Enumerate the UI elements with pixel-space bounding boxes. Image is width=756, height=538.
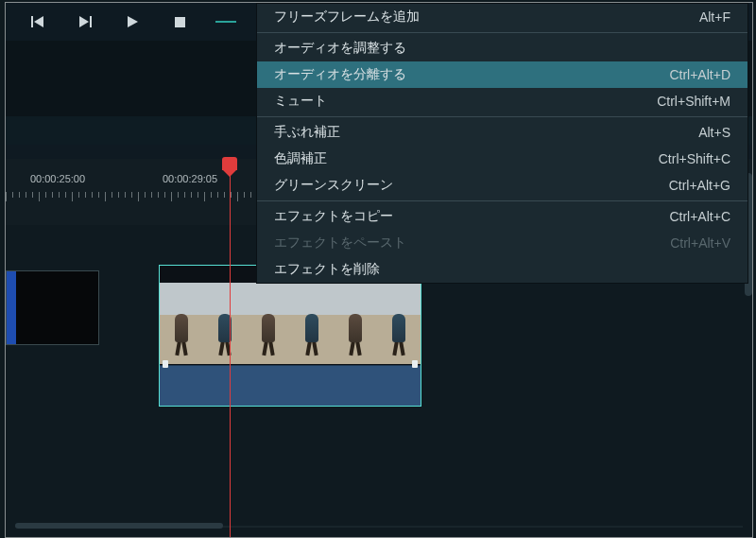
playhead-line bbox=[230, 176, 231, 537]
svg-rect-5 bbox=[175, 17, 185, 27]
svg-marker-1 bbox=[34, 16, 43, 27]
menu-item-delete-effect[interactable]: エフェクトを削除 bbox=[257, 256, 747, 283]
app-frame: 00:00:25:00 00:00:29:05 0 - コピ bbox=[5, 2, 753, 538]
menu-item-label: ミュート bbox=[274, 93, 657, 110]
menu-item-green-screen[interactable]: グリーンスクリーンCtrl+Alt+G bbox=[257, 172, 747, 199]
clip-thumbnails bbox=[160, 283, 421, 364]
clip-edge bbox=[7, 271, 16, 344]
menu-separator bbox=[257, 116, 747, 117]
menu-separator bbox=[257, 200, 747, 201]
menu-item-stabilize[interactable]: 手ぶれ補正Alt+S bbox=[257, 119, 747, 146]
menu-item-label: エフェクトをペースト bbox=[274, 234, 670, 252]
menu-item-label: グリーンスクリーン bbox=[274, 177, 669, 194]
clip-selected[interactable]: 0 - コピ bbox=[159, 265, 421, 407]
menu-item-shortcut: Ctrl+Shift+C bbox=[659, 151, 730, 166]
stop-button[interactable] bbox=[166, 10, 193, 33]
step-back-button[interactable] bbox=[25, 10, 51, 33]
ruler-label: 00:00:25:00 bbox=[30, 173, 85, 184]
clip-trim-handle-right[interactable] bbox=[412, 360, 418, 368]
svg-rect-0 bbox=[31, 16, 33, 27]
menu-item-shortcut: Ctrl+Alt+D bbox=[669, 67, 730, 82]
h-scrollbar-thumb[interactable] bbox=[15, 523, 223, 529]
clip-trim-handle-left[interactable] bbox=[163, 360, 168, 368]
menu-item-shortcut: Alt+S bbox=[698, 125, 730, 140]
svg-marker-2 bbox=[79, 16, 89, 27]
svg-rect-3 bbox=[90, 16, 92, 27]
menu-item-shortcut: Ctrl+Alt+G bbox=[669, 178, 730, 193]
menu-item-color-correct[interactable]: 色調補正Ctrl+Shift+C bbox=[257, 146, 747, 172]
h-scrollbar[interactable] bbox=[6, 523, 752, 529]
step-forward-button[interactable] bbox=[72, 10, 98, 33]
menu-item-freeze-frame[interactable]: フリーズフレームを追加Alt+F bbox=[257, 4, 747, 30]
separator-line-icon bbox=[215, 21, 236, 23]
menu-item-shortcut: Ctrl+Alt+C bbox=[669, 209, 730, 224]
menu-item-shortcut: Ctrl+Shift+M bbox=[657, 94, 730, 109]
play-button[interactable] bbox=[119, 10, 146, 33]
menu-item-label: オーディオを分離する bbox=[274, 66, 669, 83]
menu-item-label: エフェクトを削除 bbox=[274, 261, 730, 278]
ruler-label: 00:00:29:05 bbox=[163, 173, 217, 184]
menu-item-detach-audio[interactable]: オーディオを分離するCtrl+Alt+D bbox=[257, 61, 747, 88]
clip-preceding[interactable] bbox=[6, 270, 99, 345]
menu-item-copy-effect[interactable]: エフェクトをコピーCtrl+Alt+C bbox=[257, 203, 747, 230]
menu-item-paste-effect: エフェクトをペーストCtrl+Alt+V bbox=[257, 230, 747, 256]
menu-item-label: エフェクトをコピー bbox=[274, 208, 669, 225]
menu-item-label: オーディオを調整する bbox=[274, 40, 730, 57]
menu-item-label: フリーズフレームを追加 bbox=[274, 9, 699, 26]
menu-item-shortcut: Ctrl+Alt+V bbox=[670, 235, 730, 251]
menu-item-label: 色調補正 bbox=[274, 150, 659, 167]
svg-marker-4 bbox=[128, 16, 138, 27]
menu-item-label: 手ぶれ補正 bbox=[274, 124, 698, 141]
menu-item-adjust-audio[interactable]: オーディオを調整する bbox=[257, 35, 747, 61]
menu-separator bbox=[257, 32, 747, 33]
menu-item-mute[interactable]: ミュートCtrl+Shift+M bbox=[257, 88, 747, 114]
playhead-handle-icon[interactable] bbox=[222, 157, 237, 170]
menu-item-shortcut: Alt+F bbox=[699, 9, 730, 25]
clip-audio-track[interactable] bbox=[160, 365, 421, 406]
context-menu: フリーズフレームを追加Alt+Fオーディオを調整するオーディオを分離するCtrl… bbox=[256, 3, 748, 284]
